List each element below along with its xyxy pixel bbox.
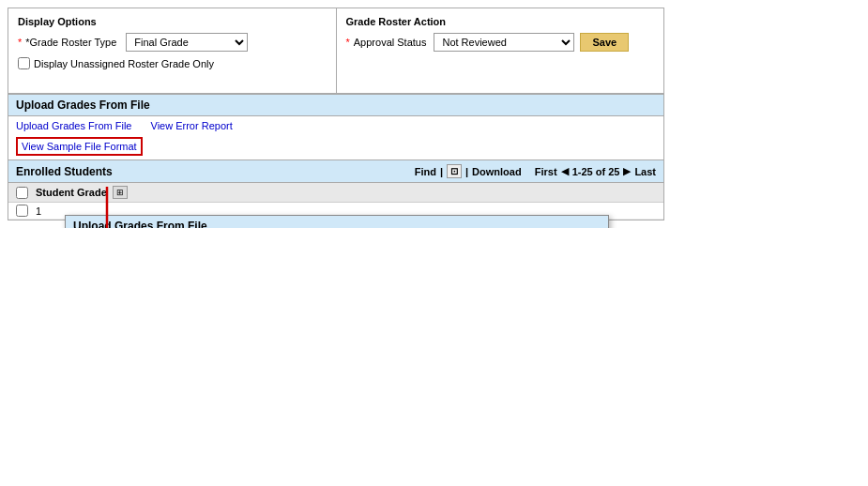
roster-type-label: *Grade Roster Type (25, 37, 116, 48)
save-button[interactable]: Save (580, 33, 629, 52)
column-config-icon[interactable]: ⊞ (113, 186, 128, 199)
approval-status-select[interactable]: Not Reviewed Approved Submitted (434, 33, 574, 52)
roster-type-required-star: * (18, 37, 22, 48)
first-label[interactable]: First (535, 166, 557, 177)
enrolled-students-title: Enrolled Students (16, 165, 113, 178)
approval-required-star: * (346, 37, 350, 48)
upload-section-header: Upload Grades From File (8, 94, 663, 116)
view-error-link[interactable]: View Error Report (151, 120, 233, 131)
row-number: 1 (36, 205, 41, 217)
approval-status-label: Approval Status (354, 37, 427, 48)
upload-popup-panel: Upload Grades From File Upload Grades Fr… (65, 215, 609, 228)
display-options-title: Display Options (18, 16, 327, 27)
prev-page-button[interactable]: ◀ (561, 165, 569, 177)
student-grade-column-header: Student Grade (36, 187, 107, 198)
pagination-nav: Find | ⊡ | Download First ◀ 1-25 of 25 ▶… (415, 164, 656, 178)
next-page-button[interactable]: ▶ (623, 165, 631, 177)
export-icon[interactable]: ⊡ (447, 164, 462, 178)
select-all-checkbox[interactable] (16, 187, 28, 199)
view-sample-file-format-link[interactable]: View Sample File Format (16, 137, 143, 156)
grade-roster-action-title: Grade Roster Action (346, 16, 655, 27)
find-label[interactable]: Find (415, 166, 436, 177)
pagination-text: 1-25 of 25 (572, 166, 620, 177)
unassigned-label: Display Unassigned Roster Grade Only (34, 58, 214, 69)
row-checkbox[interactable] (16, 205, 28, 217)
download-label[interactable]: Download (472, 166, 522, 177)
popup-upload-title: Upload Grades From File (66, 216, 608, 228)
roster-type-select[interactable]: Final Grade Midterm Grade (126, 33, 248, 52)
unassigned-checkbox[interactable] (18, 57, 30, 69)
upload-grades-link[interactable]: Upload Grades From File (16, 120, 132, 131)
last-label[interactable]: Last (634, 166, 656, 177)
